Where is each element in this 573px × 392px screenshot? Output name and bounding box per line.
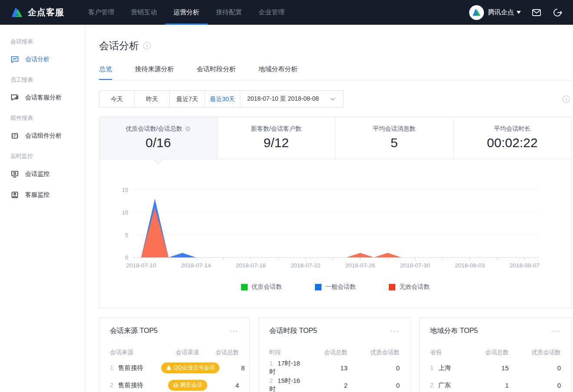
source-name: 售前接待 <box>118 382 143 389</box>
stat-value: 00:02:22 <box>454 135 572 150</box>
stat-card-quality-sessions[interactable]: 优质会话数/会话总数 ⚙ 0/16 <box>99 117 218 159</box>
stat-value: 0/16 <box>99 135 217 150</box>
preset-yesterday[interactable]: 昨天 <box>135 91 170 107</box>
svg-text:10: 10 <box>122 209 128 216</box>
table-row: 215时-16时 2 0 <box>269 376 400 392</box>
more-icon[interactable]: ··· <box>230 327 239 335</box>
avatar <box>469 5 484 20</box>
legend-item[interactable]: 一般会话数 <box>315 283 356 291</box>
stat-label: 平均会话消息数 <box>373 125 415 133</box>
legend-item[interactable]: 无效会话数 <box>389 283 430 291</box>
sidebar-item-component-analysis[interactable]: 会话组件分析 <box>10 125 85 146</box>
channel-label: QQ企业主号会话 <box>174 364 215 372</box>
rank: 1 <box>269 360 273 367</box>
app-logo[interactable]: 企点客服 <box>10 6 64 19</box>
channel-badge: QQ企业主号会话 <box>161 362 219 373</box>
session-total: 13 <box>301 364 348 372</box>
legend-label: 无效会话数 <box>399 283 430 291</box>
filter-info-icon[interactable]: i <box>563 96 570 103</box>
account-menu[interactable]: 腾讯企点 <box>469 5 521 20</box>
svg-text:2018-07-26: 2018-07-26 <box>345 262 375 269</box>
stat-label: 平均会话时长 <box>494 125 530 133</box>
stat-card-avg-messages[interactable]: 平均会话消息数 5 <box>335 117 454 159</box>
session-trend-chart: 0510152018-07-102018-07-142018-07-182018… <box>99 165 571 273</box>
sidebar-item-session-monitor[interactable]: 会话监控 <box>10 164 85 184</box>
sidebar-item-label: 会话客服分析 <box>25 94 62 102</box>
tab-region-distribution[interactable]: 地域分布分析 <box>258 65 298 80</box>
tab-overview[interactable]: 总览 <box>99 65 112 80</box>
legend-label: 优质会话数 <box>252 283 282 291</box>
card-title: 会话时段 TOP5 <box>269 326 317 336</box>
stat-value: 9/12 <box>218 135 335 150</box>
column-header: 会话总数 <box>462 349 509 356</box>
svg-text:2018-08-03: 2018-08-03 <box>455 262 485 269</box>
svg-text:2018-07-18: 2018-07-18 <box>236 262 266 269</box>
column-header: 时段 <box>269 349 301 356</box>
tab-reception-source[interactable]: 接待来源分析 <box>135 65 174 80</box>
sidebar-item-agent-monitor[interactable]: 客服监控 <box>10 184 85 205</box>
svg-text:5: 5 <box>125 232 128 238</box>
sidebar-item-label: 会话组件分析 <box>25 132 62 140</box>
card-region-top5: 地域分布 TOP5 ··· 省份 会话总数 优质会话数 1上海 15 0 <box>419 317 572 392</box>
nav-item-customer[interactable]: 客户管理 <box>80 0 123 25</box>
gear-icon[interactable]: ⚙ <box>185 125 190 133</box>
nav-item-reception[interactable]: 接待配置 <box>208 0 250 25</box>
qq-icon <box>166 365 172 371</box>
page-info-icon[interactable]: i <box>143 42 151 49</box>
logout-icon[interactable] <box>552 7 563 18</box>
table-row: 1售前接待 QQ企业主号会话 8 <box>110 359 239 376</box>
rank: 2 <box>110 382 113 389</box>
sidebar-section-realtime-monitor: 实时监控 <box>10 152 85 160</box>
sidebar-item-agent-analysis[interactable]: 会话客服分析 <box>10 87 85 108</box>
top-navbar: 企点客服 客户管理 营销互动 运营分析 接待配置 企业管理 腾讯企点 <box>0 0 573 25</box>
session-total: 15 <box>462 364 509 372</box>
trend-panel: 优质会话数/会话总数 ⚙ 0/16 新客数/会话客户数 9/12 平均会话消息数… <box>99 117 572 308</box>
sidebar-item-session-analysis[interactable]: 会话分析 <box>10 49 85 70</box>
svg-text:0: 0 <box>125 254 128 261</box>
nav-item-marketing[interactable]: 营销互动 <box>123 0 165 25</box>
nav-item-analytics[interactable]: 运营分析 <box>165 0 208 25</box>
column-header: 优质会话数 <box>348 349 400 356</box>
primary-nav: 客户管理 营销互动 运营分析 接待配置 企业管理 <box>80 0 293 25</box>
caret-down-icon <box>517 11 521 14</box>
sidebar: 会话报表 会话分析 员工报表 会话客服分析 组件报表 <box>0 25 86 392</box>
tab-session-period[interactable]: 会话时段分析 <box>197 65 236 80</box>
preset-last7days[interactable]: 最近7天 <box>170 91 205 107</box>
province: 上海 <box>438 364 451 371</box>
session-total: 8 <box>219 364 245 372</box>
chat-trend-icon <box>10 55 19 64</box>
nav-item-enterprise[interactable]: 企业管理 <box>250 0 293 25</box>
preset-today[interactable]: 今天 <box>99 91 135 107</box>
card-title: 会话来源 TOP5 <box>110 326 158 336</box>
legend-swatch <box>241 284 248 290</box>
stat-card-new-customers[interactable]: 新客数/会话客户数 9/12 <box>218 117 336 159</box>
legend-item[interactable]: 优质会话数 <box>241 283 282 291</box>
table-row: 1上海 15 0 <box>430 359 561 376</box>
chart-legend: 优质会话数一般会话数无效会话数 <box>99 283 571 291</box>
agent-card-icon <box>10 191 19 199</box>
more-icon[interactable]: ··· <box>552 327 561 335</box>
mail-icon[interactable] <box>531 7 542 18</box>
legend-swatch <box>389 284 395 290</box>
quality-total: 0 <box>348 364 400 372</box>
period: 17时-18时 <box>269 360 300 375</box>
date-range-picker[interactable]: 2018-07-10 至 2018-08-08 <box>240 91 343 107</box>
qidian-logo-icon <box>472 8 481 17</box>
more-icon[interactable]: ··· <box>391 327 400 335</box>
rank: 1 <box>110 364 113 371</box>
legend-swatch <box>315 284 321 290</box>
stat-value: 5 <box>335 135 453 150</box>
sidebar-section-staff-reports: 员工报表 <box>10 76 85 84</box>
top5-cards: 会话来源 TOP5 ··· 会话来源 会话渠道 会话总数 1售前接待 <box>99 317 572 392</box>
sidebar-item-label: 客服监控 <box>25 191 50 199</box>
preset-last30days[interactable]: 最近30天 <box>205 91 240 107</box>
table-row: 117时-18时 13 0 <box>269 359 400 376</box>
quality-total: 0 <box>509 364 561 372</box>
province: 广东 <box>438 382 451 389</box>
svg-text:2018-07-30: 2018-07-30 <box>400 262 430 269</box>
stat-card-avg-duration[interactable]: 平均会话时长 00:02:22 <box>454 117 572 159</box>
page-title: 会话分析 <box>99 39 139 53</box>
period: 15时-16时 <box>269 377 300 392</box>
account-name: 腾讯企点 <box>488 8 514 16</box>
column-header: 会话总数 <box>214 349 239 356</box>
